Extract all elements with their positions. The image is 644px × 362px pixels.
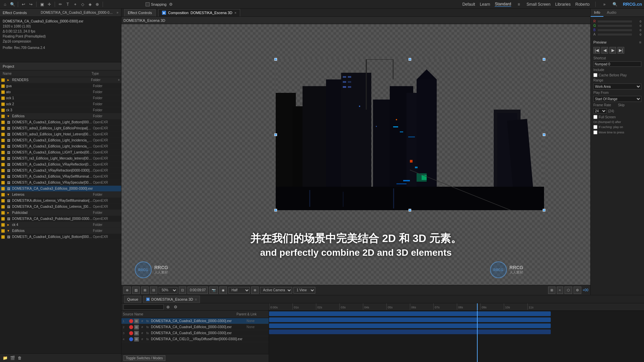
nav-libraries[interactable]: Libraries [555, 2, 571, 7]
list-item[interactable]: ▸ Publicidad Folder [0, 210, 121, 216]
layer-fx-btn-4[interactable]: fx [145, 337, 150, 342]
list-item[interactable]: 🖼 DOMESTI_A_Cuadra3_VRayRefraction[0000-… [0, 168, 121, 174]
layer-row-3[interactable]: 3 ▤ # fx DOMESTIKA_CA_Cuadra5_Edificios_… [121, 330, 269, 336]
range-select[interactable]: Work Area Entire Composition [593, 83, 641, 89]
nav-default[interactable]: Default [462, 2, 475, 7]
step-fwd-btn[interactable]: ▶| [618, 47, 624, 54]
nav-user[interactable]: Roberto [575, 2, 590, 7]
layer-solo-btn-1[interactable]: # [140, 319, 145, 323]
list-item[interactable]: ▾ Edificios Folder [0, 113, 121, 119]
list-item[interactable]: 🖼 DOMESTI_A_Cuadra3_Edificios_VRayReflec… [0, 162, 121, 168]
guides-btn[interactable]: ⊟ [150, 287, 157, 294]
fit-to-panel-btn[interactable]: ⊡ [179, 287, 186, 294]
snapping-options-icon[interactable]: ⚙ [168, 1, 174, 7]
layer-vis-4[interactable] [129, 337, 133, 341]
list-item[interactable]: 🖼 DOMESTI_A_Cuadra3_Edificios_VRaySelfIl… [0, 174, 121, 180]
toggle-switches-btn[interactable]: Toggle Switches / Modes [123, 355, 165, 361]
handle-top-right[interactable] [543, 58, 545, 61]
list-item[interactable]: 🖼 DOMESTI_A_Cuadra3_Edificios_Light_Bott… [0, 119, 121, 125]
toolbar-selection-icon[interactable]: ▣ [39, 1, 45, 7]
list-item[interactable]: 🖼 DOMESTI_ra3_Edificios_Light_Mercado_le… [0, 156, 121, 162]
layer-solo-btn-4[interactable]: # [140, 337, 145, 342]
handle-bottom-center[interactable] [409, 209, 411, 212]
list-item[interactable]: ▾ Edificios Folder [0, 228, 121, 234]
camera-btn[interactable]: 📷 [209, 287, 218, 294]
views-count-select[interactable]: 1 View 2 Views 4 Views [293, 287, 315, 294]
layer-parent-none-2[interactable]: None [234, 325, 267, 329]
list-item[interactable]: 🖼 DOMESTI_adra3_Edificios_Light_Edificio… [0, 125, 121, 131]
timecode-display[interactable]: 0:00:09:07 [187, 287, 208, 294]
toolbar-pen-icon[interactable]: ✏ [57, 1, 63, 7]
timeline-options-icon[interactable]: ⚙ [172, 304, 178, 310]
toolbar-text-icon[interactable]: T [65, 1, 71, 7]
motion-blur-btn[interactable]: ≈ [557, 287, 564, 294]
zoom-select[interactable]: 50% 25% 75% 100% [159, 287, 177, 294]
nav-standard-menu-icon[interactable]: ≡ [516, 1, 522, 7]
list-item[interactable]: ▸ RENDERS Folder + [0, 77, 121, 83]
toolbar-shape-icon[interactable]: ◇ [79, 1, 86, 7]
list-item[interactable]: 🖼 DOMESTIKA.dfcios_Letreros_VRaySelfIllu… [0, 198, 121, 204]
grid-btn[interactable]: ⊞ [141, 287, 149, 294]
shortcut-input[interactable] [593, 61, 641, 67]
layer-controls-btn[interactable]: ⊞ [548, 287, 555, 294]
cache-checkbox[interactable] [593, 73, 597, 77]
workspace-expand-icon[interactable]: » [601, 1, 607, 7]
layer-vis-1[interactable] [129, 319, 133, 323]
list-item[interactable]: ▸ ck 4 Folder [0, 222, 121, 228]
handle-bottom-right[interactable] [543, 209, 545, 212]
layer-fx-btn-1[interactable]: fx [145, 319, 150, 323]
list-item[interactable]: 🖼 DOMESTI_A_Cuadra4_Edificios_Light_Bott… [0, 234, 121, 240]
comp-timeline-tab[interactable]: ■ DOMESTIKA_Escena 3D ≡ [143, 296, 200, 303]
list-item[interactable]: 🖼 DOMESTI_A_Cuadra3_Edificios_LIGHT_Lamb… [0, 149, 121, 156]
handle-mid-right[interactable] [543, 133, 545, 136]
list-item[interactable]: 🖼 DOMESTIKA_CA_Cuadra3_Edificios_Letrero… [0, 204, 121, 210]
timeline-search-input[interactable] [123, 304, 164, 310]
list-item[interactable]: ock 2 Folder [0, 101, 121, 107]
layer-row-2[interactable]: 2 ▤ # fx DOMESTIKA_CA_Cuadra4_Edificios_… [121, 324, 269, 330]
transparency-btn[interactable]: ▨ [132, 287, 140, 294]
step-back-btn[interactable]: ◀ [601, 47, 608, 54]
list-item[interactable]: 🖼 DOMESTI_adra3_Edificios_Light_Hotel_Le… [0, 131, 121, 137]
list-item[interactable]: 🖼 DOMESTI_A_Cuadra3_Edificios_VRaySpecul… [0, 180, 121, 186]
list-item[interactable]: ck 3 Folder [0, 107, 121, 113]
comp-tab-effect[interactable]: Effect Controls [124, 9, 156, 16]
list-item[interactable]: gua Folder [0, 83, 121, 89]
layer-vis-2[interactable] [129, 325, 133, 329]
region-of-interest-btn[interactable]: ⊕ [123, 287, 131, 294]
nav-standard[interactable]: Standard [495, 2, 511, 7]
view-select[interactable]: Active Camera Front Top [260, 287, 292, 294]
layer-solo-btn-2[interactable]: # [140, 325, 145, 329]
quality-select[interactable]: Half Quarter Full [228, 287, 250, 294]
caching-checkbox[interactable] [593, 125, 597, 129]
time-playhead-bar[interactable] [477, 311, 478, 362]
play-from-select[interactable]: Start Of Range Current Time [593, 96, 641, 102]
list-item-selected[interactable]: 🖼 DOMESTIKA_CA_Cuadra3_Edificios_[0000-0… [0, 186, 121, 192]
close-tab-icon[interactable]: × [234, 11, 236, 15]
handle-bottom-left[interactable] [274, 209, 277, 212]
list-item[interactable]: 🖼 DOMESTI_A_Cuadra3_Edificios_Light_Inci… [0, 137, 121, 143]
move-time-checkbox[interactable] [593, 130, 597, 134]
comp-timeline-menu-icon[interactable]: ≡ [195, 297, 197, 301]
list-item[interactable]: ock 1 Folder [0, 95, 121, 101]
handle-top-left[interactable] [274, 58, 277, 61]
handle-mid-left[interactable] [274, 133, 277, 136]
layer-row-4[interactable]: 4 ▤ # fx DOMESTIKA_CA_CIELO__VRayDiffuse… [121, 336, 269, 342]
comp-tab-main[interactable]: ■ Composition DOMESTIKA_Escena 3D × [158, 9, 240, 16]
toolbar-paint-icon[interactable]: ◈ [87, 1, 93, 7]
tab-audio[interactable]: Audio [603, 9, 620, 17]
handle-top-center[interactable] [409, 58, 411, 61]
toolbar-undo-icon[interactable]: ↩ [20, 1, 26, 7]
toolbar-anchor-icon[interactable]: ⌖ [72, 1, 78, 7]
nav-learn[interactable]: Learn [480, 2, 490, 7]
list-item[interactable]: ato Folder [0, 89, 121, 95]
toolbar-move-icon[interactable]: ✛ [46, 1, 52, 7]
draft-3d-btn[interactable]: ⬡ [565, 287, 572, 294]
layer-vis-3[interactable] [129, 331, 133, 335]
toolbar-home-icon[interactable]: ⌂ [2, 1, 8, 7]
preview-menu-icon[interactable]: ≡ [639, 40, 641, 44]
nav-small-screen[interactable]: Small Screen [527, 2, 550, 7]
layer-fx-btn-3[interactable]: fx [145, 331, 150, 336]
snapping-checkbox[interactable] [146, 2, 150, 6]
render-btn[interactable]: ◉ [219, 287, 227, 294]
play-btn[interactable]: ▶ [609, 47, 616, 54]
